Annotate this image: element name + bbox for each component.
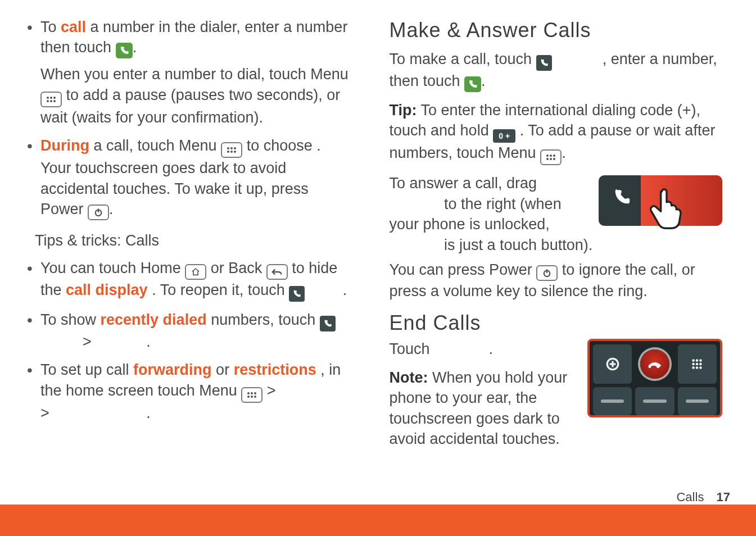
tip-hide-display: You can touch Home or Back to hide the c…: [40, 258, 350, 302]
text: >: [83, 333, 96, 350]
svg-point-10: [230, 151, 233, 153]
svg-point-33: [699, 359, 702, 362]
text: To: [40, 19, 61, 35]
svg-point-24: [550, 158, 552, 160]
footer-label: Calls 17: [676, 490, 730, 505]
text: You can press Power: [390, 261, 537, 278]
menu-icon: [221, 142, 242, 158]
panel-cell: [678, 387, 717, 415]
svg-point-32: [696, 359, 699, 362]
tips-heading: Tips & tricks: Calls: [35, 230, 350, 251]
svg-point-2: [53, 97, 56, 99]
main-bullets: To call a number in the dialer, enter a …: [17, 17, 350, 220]
panel-cell: [635, 387, 674, 415]
phone-app-icon: [536, 55, 552, 71]
power-icon: [536, 265, 558, 281]
svg-point-0: [47, 97, 49, 99]
svg-point-23: [546, 158, 549, 160]
end-call-button: [635, 344, 674, 384]
svg-point-20: [546, 155, 549, 157]
svg-point-3: [47, 100, 49, 102]
svg-point-19: [254, 396, 256, 398]
svg-point-37: [692, 366, 695, 369]
text: >: [40, 405, 53, 421]
svg-point-14: [247, 392, 250, 394]
svg-point-25: [553, 158, 555, 160]
phone-icon: [612, 188, 631, 207]
panel-cell: [593, 387, 632, 415]
highlight-restrictions: restrictions: [234, 361, 316, 378]
svg-point-36: [699, 363, 702, 366]
svg-point-6: [227, 147, 229, 149]
section-name: Calls: [676, 490, 704, 504]
page: To call a number in the dialer, enter a …: [0, 0, 756, 536]
svg-point-34: [692, 363, 695, 366]
text: to choose: [247, 137, 317, 154]
svg-point-11: [234, 151, 236, 153]
svg-point-4: [50, 100, 52, 102]
sub-paragraph: When you enter a number to dial, touch M…: [40, 64, 350, 128]
svg-point-21: [550, 155, 552, 157]
svg-point-39: [699, 366, 702, 369]
svg-point-1: [50, 97, 52, 99]
text: a number in the dialer, enter a number t…: [40, 19, 347, 56]
text: To answer a call, drag: [390, 175, 537, 192]
left-column: To call a number in the dialer, enter a …: [17, 17, 350, 457]
menu-icon: [241, 387, 262, 403]
bullet-call-number: To call a number in the dialer, enter a …: [40, 17, 350, 128]
bullet-during-call: During a call, touch Menu to choose . Yo…: [40, 135, 350, 220]
text: When you enter a number to dial, touch M…: [40, 66, 348, 83]
zero-plus-key-icon: 0 +: [493, 129, 515, 143]
text: To make a call, touch: [390, 51, 536, 67]
text: >: [267, 382, 280, 399]
text: numbers, touch: [211, 311, 320, 328]
phone-icon: [116, 43, 133, 58]
svg-point-22: [553, 155, 555, 157]
highlight-forwarding: forwarding: [133, 361, 212, 378]
text: .: [489, 340, 494, 357]
power-icon: [88, 205, 109, 220]
text: You can touch Home: [40, 260, 185, 276]
text: or Back: [211, 260, 266, 276]
heading-end-calls: End Calls: [390, 310, 723, 337]
svg-point-9: [227, 151, 229, 153]
tips-bullets: You can touch Home or Back to hide the c…: [17, 258, 350, 423]
highlight-during: During: [40, 137, 89, 154]
phone-app-icon: [289, 286, 305, 302]
text: is just a touch button).: [444, 237, 592, 253]
highlight-call-display: call display: [66, 281, 148, 298]
para-make-call: To make a call, touch , enter a number, …: [390, 49, 723, 92]
page-number: 17: [717, 490, 730, 504]
svg-point-7: [230, 147, 233, 149]
tip-forwarding: To set up call forwarding or restriction…: [40, 360, 350, 423]
add-call-icon: [593, 344, 632, 384]
svg-point-38: [696, 366, 699, 369]
para-answer: To answer a call, drag to the right (whe…: [390, 173, 723, 255]
hangup-icon: [640, 349, 669, 379]
para-ignore: You can press Power to ignore the call, …: [390, 260, 723, 301]
phone-app-icon: [320, 316, 336, 331]
heading-make-answer: Make & Answer Calls: [390, 17, 723, 44]
end-call-illustration: [587, 339, 722, 417]
svg-point-16: [254, 392, 256, 394]
menu-icon: [540, 149, 562, 165]
text: to add a pause (pauses two seconds), or …: [40, 87, 340, 126]
tip-label: Tip:: [390, 102, 417, 119]
para-tip: Tip: To enter the international dialing …: [390, 100, 723, 166]
tip-recent: To show recently dialed numbers, touch >…: [40, 310, 350, 352]
dialpad-icon: [678, 344, 717, 384]
note-label: Note:: [390, 369, 428, 386]
highlight-call: call: [61, 19, 86, 35]
hand-pointer-icon: [642, 181, 691, 229]
text: To set up call: [40, 361, 133, 378]
menu-icon: [40, 92, 62, 107]
text: a call, touch Menu: [94, 137, 221, 154]
phone-icon: [464, 76, 481, 92]
svg-point-31: [692, 359, 695, 362]
answer-swipe-illustration: [599, 175, 722, 226]
svg-point-17: [247, 396, 250, 398]
back-icon: [266, 264, 288, 280]
text: . To reopen it, touch: [152, 281, 289, 298]
svg-point-5: [53, 100, 56, 102]
text: or: [216, 361, 234, 378]
